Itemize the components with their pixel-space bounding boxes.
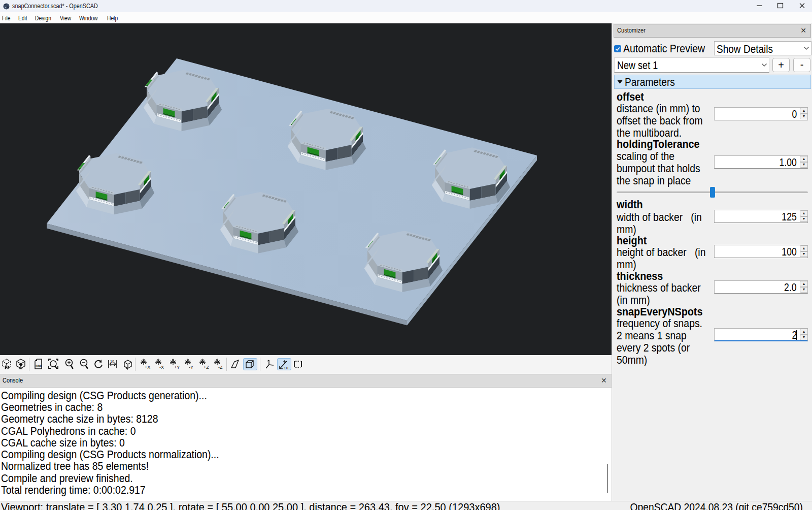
svg-text:10: 10: [284, 366, 288, 370]
svg-text:+Z: +Z: [204, 365, 209, 370]
svg-text:3MF: 3MF: [35, 364, 43, 368]
svg-text:-X: -X: [159, 365, 164, 370]
svg-text:-Z: -Z: [218, 365, 223, 370]
svg-text:+X: +X: [145, 365, 150, 370]
svg-text:-Y: -Y: [189, 365, 193, 370]
svg-text:+Y: +Y: [174, 365, 180, 370]
svg-text:10: 10: [110, 360, 114, 363]
